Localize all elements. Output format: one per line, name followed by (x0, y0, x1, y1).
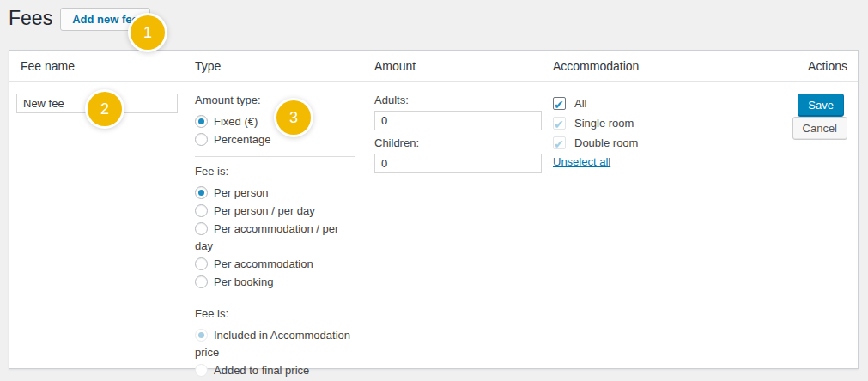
radio-icon[interactable] (195, 364, 208, 377)
radio-icon[interactable] (195, 204, 208, 217)
radio-icon[interactable] (195, 222, 208, 235)
checkbox-label: Single room (574, 117, 634, 130)
radio-icon[interactable] (195, 115, 208, 128)
tour-step-badge-1[interactable]: 1 (131, 15, 165, 50)
checkbox-double-room[interactable]: Double room (553, 133, 744, 153)
radio-option-per-person-per-day[interactable]: Per person / per day (195, 203, 358, 220)
column-header-amount: Amount (374, 51, 553, 81)
radio-icon[interactable] (195, 257, 208, 270)
table-header-row: Fee name Type Amount Accommodation Actio… (9, 51, 858, 82)
checkbox-label: All (574, 97, 586, 110)
checkbox-icon[interactable] (553, 97, 566, 110)
amount-cell: Adults: Children: (374, 82, 553, 380)
accommodation-cell: All Single room Double room Unselect all (553, 82, 755, 380)
checkbox-icon[interactable] (553, 136, 566, 149)
radio-option-per-accommodation[interactable]: Per accommodation (195, 256, 358, 273)
checkbox-label: Double room (574, 136, 638, 149)
radio-icon[interactable] (195, 329, 208, 342)
column-header-type: Type (195, 51, 374, 81)
divider (195, 156, 355, 157)
radio-option-per-accommodation-per-day[interactable]: Per accommodation / per day (195, 221, 358, 255)
page-header: Fees Add new fee (0, 0, 868, 31)
radio-label: Per accommodation / per day (195, 222, 338, 252)
new-fee-row: Amount type: Fixed (€) Percentage Fee is… (9, 82, 858, 380)
divider (195, 299, 355, 299)
fees-admin-page: Fees Add new fee 1 2 3 Fee name Type Amo… (0, 0, 868, 381)
checkbox-single-room[interactable]: Single room (553, 113, 744, 133)
cancel-button[interactable]: Cancel (792, 117, 847, 140)
children-input[interactable] (374, 154, 542, 173)
checkbox-icon[interactable] (553, 117, 566, 130)
radio-label: Per person / per day (214, 204, 315, 217)
tour-step-badge-2[interactable]: 2 (88, 92, 122, 126)
radio-icon[interactable] (195, 133, 208, 146)
radio-label: Included in Accommodation price (195, 329, 350, 359)
column-header-accommodation: Accommodation (553, 51, 755, 81)
fee-name-cell (9, 82, 195, 380)
fee-basis-label: Fee is: (195, 165, 364, 178)
radio-label: Per booking (214, 275, 273, 288)
save-button[interactable]: Save (798, 94, 844, 117)
radio-icon[interactable] (195, 275, 208, 288)
radio-label: Per accommodation (214, 257, 313, 270)
tour-step-badge-3[interactable]: 3 (276, 100, 311, 135)
radio-option-per-person[interactable]: Per person (195, 184, 358, 202)
checkbox-all[interactable]: All (553, 94, 744, 113)
radio-label: Fixed (€) (214, 115, 258, 128)
radio-label: Percentage (214, 133, 271, 146)
column-header-actions: Actions (755, 51, 858, 81)
radio-label: Added to final price (214, 364, 309, 377)
radio-icon[interactable] (195, 186, 208, 199)
adults-input[interactable] (374, 111, 542, 130)
adults-label: Adults: (374, 94, 543, 107)
actions-cell: Save Cancel (755, 82, 858, 380)
page-title: Fees (9, 5, 52, 31)
amount-type-label: Amount type: (195, 94, 364, 107)
radio-option-per-booking[interactable]: Per booking (195, 274, 358, 291)
radio-label: Per person (214, 186, 269, 199)
fee-inclusion-label: Fee is: (195, 307, 364, 321)
radio-option-included-in-price[interactable]: Included in Accommodation price (195, 327, 358, 361)
unselect-all-link[interactable]: Unselect all (553, 155, 610, 168)
column-header-fee-name: Fee name (9, 51, 195, 81)
radio-option-added-to-final-price[interactable]: Added to final price (195, 362, 358, 379)
children-label: Children: (374, 136, 543, 150)
fees-table: Fee name Type Amount Accommodation Actio… (9, 50, 859, 369)
radio-option-percentage[interactable]: Percentage (195, 131, 358, 148)
